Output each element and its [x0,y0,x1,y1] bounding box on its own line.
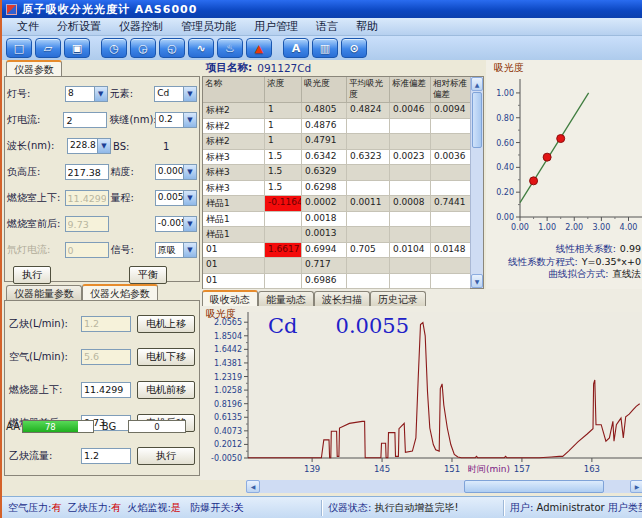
tab-energy-params[interactable]: 仪器能量参数 [6,285,82,300]
gain-meter-button[interactable]: ◵ [159,38,185,58]
chevron-down-icon[interactable]: ▼ [97,139,110,153]
col-header-name[interactable]: 名称 [203,77,265,103]
range-select[interactable]: 0.0050▼ [155,190,197,206]
flame-execute-button[interactable]: 执行 [137,447,195,465]
table-row[interactable]: 样品1 0.0018 [203,212,470,228]
burner-updown-input[interactable] [81,382,131,398]
table-row[interactable]: 标样3 1.5 0.6298 [203,181,470,197]
col-header-avg-absorbance[interactable]: 平均吸光度 [347,77,390,103]
col-header-concentration[interactable]: 浓度 [265,77,302,103]
range-label: 量程: [111,191,155,205]
motor-forward-button[interactable]: 电机前移 [137,381,195,399]
col-header-rel-std-dev[interactable]: 相对标准偏差 [431,77,470,103]
c2h2-flow-label: 乙炔流量: [9,449,81,463]
bs-value: 1 [159,141,169,152]
menu-item[interactable]: 仪器控制 [110,18,172,35]
range2-select[interactable]: -0.0050▼ [155,216,197,232]
energy-meter-button[interactable]: ◶ [130,38,156,58]
tab-instrument-params[interactable]: 仪器参数 [6,60,62,76]
menu-item[interactable]: 文件 [8,18,48,35]
power-button[interactable]: ⊙ [341,38,367,58]
table-vertical-scrollbar[interactable]: ▲ ▼ [470,77,483,288]
chevron-down-icon[interactable]: ▼ [183,113,196,127]
scroll-right-icon[interactable]: ▶ [630,480,642,493]
menu-item[interactable]: 帮助 [347,18,387,35]
new-project-button[interactable]: □ [6,38,32,58]
c2h2-input [81,316,131,332]
chevron-down-icon[interactable]: ▼ [183,217,196,231]
chamber-frontback-input [65,216,109,232]
svg-text:157: 157 [514,464,530,474]
element-label: 元素: [110,87,155,101]
element-select[interactable]: Cd▼ [154,86,197,102]
tab-energy-dynamics[interactable]: 能量动态 [258,291,314,306]
tab-history[interactable]: 历史记录 [370,291,426,306]
chevron-down-icon[interactable]: ▼ [183,243,196,257]
motor-down-button[interactable]: 电机下移 [137,348,195,366]
burner-button[interactable]: ♨ [217,38,243,58]
svg-text:1.0258: 1.0258 [214,386,242,395]
svg-text:0.00: 0.00 [496,213,514,222]
air-label: 空气(L/min): [9,350,81,364]
tab-flame-params[interactable]: 仪器火焰参数 [82,284,158,300]
chevron-down-icon[interactable]: ▼ [94,87,107,101]
scroll-up-icon[interactable]: ▲ [471,77,483,91]
slit-label: 狭缝(nm): [109,113,155,127]
tab-absorbance-dynamics[interactable]: 吸收动态 [202,290,258,306]
precision-select[interactable]: 0.0000▼ [155,164,197,180]
signal-select[interactable]: 原吸▼ [155,242,197,258]
aa-progress-value: 78 [23,421,78,433]
fit-method-label: 曲线拟合方式: [548,268,608,281]
chevron-down-icon[interactable]: ▼ [183,165,196,179]
save-button[interactable]: ▣ [64,38,90,58]
c2h2-flow-input[interactable] [81,448,131,464]
tab-wavelength-scan[interactable]: 波长扫描 [314,291,370,306]
svg-text:0.40: 0.40 [496,163,514,172]
c2h2-label: 乙炔(L/min): [9,317,81,331]
menu-item[interactable]: 用户管理 [245,18,307,35]
neg-hv-label: 负高压: [7,165,65,179]
menu-item[interactable]: 管理员功能 [172,18,245,35]
autozero-button[interactable]: A [283,38,309,58]
ignite-flame-button[interactable]: ▲ [246,38,272,58]
table-row[interactable]: 01 0.717 [203,258,470,274]
scrollbar-thumb[interactable] [464,480,605,493]
chevron-down-icon[interactable]: ▼ [183,87,196,101]
balance-button[interactable]: 平衡 [129,266,167,284]
lamp-meter-button[interactable]: ◷ [101,38,127,58]
lamp-current-input[interactable] [63,112,107,128]
execute-button[interactable]: 执行 [13,266,51,284]
menu-item[interactable]: 语言 [307,18,347,35]
wavelength-select[interactable]: 228.8▼ [67,138,111,154]
lamp-no-select[interactable]: 8▼ [65,86,108,102]
slit-select[interactable]: 0.2▼ [155,112,197,128]
live-reading: Cd0.0055 [268,314,409,338]
scroll-down-icon[interactable]: ▼ [471,274,483,288]
equation-value: Y=0.35*x+0 [582,256,641,269]
table-row[interactable]: 01 0.6986 [203,274,470,290]
dynamics-horizontal-scrollbar[interactable]: ◀ ▶ [246,480,642,493]
scroll-left-icon[interactable]: ◀ [246,480,260,493]
print-button[interactable]: ▥ [312,38,338,58]
open-project-button[interactable]: ▱ [35,38,61,58]
table-row[interactable]: 样品1 0.0013 [203,227,470,243]
menu-item[interactable]: 分析设置 [48,18,110,35]
table-row[interactable]: 01 1.6617 0.6994 0.705 0.0104 0.0148 [203,243,470,259]
scrollbar-thumb[interactable] [472,92,482,148]
wavelength-scan-button[interactable]: ∿ [188,38,214,58]
table-row[interactable]: 标样3 1.5 0.6329 [203,165,470,181]
table-row[interactable]: 标样2 1 0.4805 0.4824 0.0046 0.0094 [203,103,470,119]
chamber-updown-input [65,190,109,206]
chevron-down-icon[interactable]: ▼ [183,191,196,205]
col-header-std-dev[interactable]: 标准偏差 [390,77,431,103]
col-header-absorbance[interactable]: 吸光度 [302,77,347,103]
gain-meter-icon: ◵ [167,43,177,54]
table-row[interactable]: 标样3 1.5 0.6342 0.6323 0.0023 0.0036 [203,150,470,166]
neg-hv-input[interactable] [65,164,109,180]
table-row[interactable]: 标样2 1 0.4876 [203,119,470,135]
wavelength-peaks-icon: ∿ [196,43,205,54]
table-row[interactable]: 标样2 1 0.4791 [203,134,470,150]
svg-text:151: 151 [444,464,460,474]
table-row[interactable]: 样品1 -0.1164 0.0002 0.0011 0.0008 0.7441 [203,196,470,212]
motor-up-button[interactable]: 电机上移 [137,315,195,333]
